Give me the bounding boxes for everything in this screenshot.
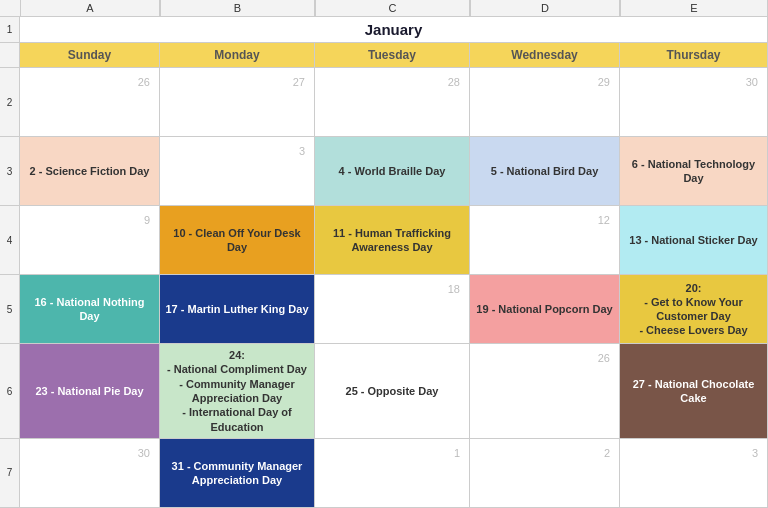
day-header-thursday: Thursday [620, 43, 768, 67]
cell-r5-c4: 3 [620, 439, 768, 507]
cell-text-r4-c1: 24:- National Compliment Day- Community … [165, 348, 309, 434]
cell-text-r5-c4: 3 [625, 443, 762, 460]
cell-text-r5-c2: 1 [320, 443, 464, 460]
row-num-3: 5 [0, 275, 20, 343]
cell-text-r3-c4: 20:- Get to Know Your Customer Day- Chee… [625, 281, 762, 338]
cell-r5-c2: 1 [315, 439, 470, 507]
calendar-grid: 2262728293032 - Science Fiction Day34 - … [0, 68, 768, 508]
cell-r1-c2: 4 - World Braille Day [315, 137, 470, 205]
cell-r5-c1: 31 - Community Manager Appreciation Day [160, 439, 315, 507]
cell-r1-c3: 5 - National Bird Day [470, 137, 620, 205]
cell-text-r1-c3: 5 - National Bird Day [475, 164, 614, 178]
day-header-row-num [0, 43, 20, 67]
cell-text-r4-c4: 27 - National Chocolate Cake [625, 377, 762, 406]
cell-r2-c0: 9 [20, 206, 160, 274]
cell-r4-c0: 23 - National Pie Day [20, 344, 160, 438]
row-num-4: 6 [0, 344, 20, 438]
cell-text-r3-c3: 19 - National Popcorn Day [475, 302, 614, 316]
cell-r4-c4: 27 - National Chocolate Cake [620, 344, 768, 438]
cell-r1-c4: 6 - National Technology Day [620, 137, 768, 205]
cell-r3-c4: 20:- Get to Know Your Customer Day- Chee… [620, 275, 768, 343]
cell-r3-c0: 16 - National Nothing Day [20, 275, 160, 343]
cell-text-r0-c1: 27 [165, 72, 309, 89]
cell-r2-c3: 12 [470, 206, 620, 274]
col-header-c: C [315, 0, 470, 16]
cell-text-r2-c2: 11 - Human Trafficking Awareness Day [320, 226, 464, 255]
cell-text-r5-c1: 31 - Community Manager Appreciation Day [165, 459, 309, 488]
cal-row-2: 4910 - Clean Off Your Desk Day11 - Human… [0, 206, 768, 275]
cell-r4-c3: 26 [470, 344, 620, 438]
row-num-1: 3 [0, 137, 20, 205]
cell-text-r2-c1: 10 - Clean Off Your Desk Day [165, 226, 309, 255]
cell-r5-c3: 2 [470, 439, 620, 507]
cal-row-5: 73031 - Community Manager Appreciation D… [0, 439, 768, 508]
row-num-0: 2 [0, 68, 20, 136]
day-header-tuesday: Tuesday [315, 43, 470, 67]
cell-text-r5-c3: 2 [475, 443, 614, 460]
day-header-wednesday: Wednesday [470, 43, 620, 67]
cell-text-r1-c1: 3 [165, 141, 309, 158]
cell-r2-c1: 10 - Clean Off Your Desk Day [160, 206, 315, 274]
calendar-title: January [20, 17, 768, 42]
cal-row-1: 32 - Science Fiction Day34 - World Brail… [0, 137, 768, 206]
row-num-5: 7 [0, 439, 20, 507]
cell-text-r0-c4: 30 [625, 72, 762, 89]
cell-text-r1-c2: 4 - World Braille Day [320, 164, 464, 178]
cell-r1-c0: 2 - Science Fiction Day [20, 137, 160, 205]
cell-text-r1-c4: 6 - National Technology Day [625, 157, 762, 186]
corner-spacer [0, 0, 20, 16]
day-header-sunday: Sunday [20, 43, 160, 67]
cell-text-r4-c0: 23 - National Pie Day [25, 384, 154, 398]
cell-text-r3-c0: 16 - National Nothing Day [25, 295, 154, 324]
cell-r3-c3: 19 - National Popcorn Day [470, 275, 620, 343]
cell-text-r2-c3: 12 [475, 210, 614, 227]
cell-r2-c4: 13 - National Sticker Day [620, 206, 768, 274]
cell-r0-c1: 27 [160, 68, 315, 136]
cell-r0-c3: 29 [470, 68, 620, 136]
col-header-a: A [20, 0, 160, 16]
day-header-monday: Monday [160, 43, 315, 67]
cell-text-r0-c2: 28 [320, 72, 464, 89]
cell-r0-c4: 30 [620, 68, 768, 136]
col-header-b: B [160, 0, 315, 16]
cell-r0-c2: 28 [315, 68, 470, 136]
cell-r3-c2: 18 [315, 275, 470, 343]
cell-r5-c0: 30 [20, 439, 160, 507]
cell-text-r3-c1: 17 - Martin Luther King Day [165, 302, 309, 316]
cell-text-r4-c3: 26 [475, 348, 614, 365]
column-headers: A B C D E [0, 0, 768, 17]
cell-text-r2-c4: 13 - National Sticker Day [625, 233, 762, 247]
cal-row-3: 516 - National Nothing Day17 - Martin Lu… [0, 275, 768, 344]
cell-text-r5-c0: 30 [25, 443, 154, 460]
cell-text-r1-c0: 2 - Science Fiction Day [25, 164, 154, 178]
cell-r4-c1: 24:- National Compliment Day- Community … [160, 344, 315, 438]
cal-row-0: 22627282930 [0, 68, 768, 137]
col-header-d: D [470, 0, 620, 16]
day-header-row: Sunday Monday Tuesday Wednesday Thursday [0, 43, 768, 68]
cell-text-r3-c2: 18 [320, 279, 464, 296]
cell-r4-c2: 25 - Opposite Day [315, 344, 470, 438]
cal-row-4: 623 - National Pie Day24:- National Comp… [0, 344, 768, 439]
cell-text-r0-c0: 26 [25, 72, 154, 89]
spreadsheet: A B C D E 1 January Sunday Monday Tuesda… [0, 0, 768, 508]
cell-r2-c2: 11 - Human Trafficking Awareness Day [315, 206, 470, 274]
cell-text-r0-c3: 29 [475, 72, 614, 89]
cell-r0-c0: 26 [20, 68, 160, 136]
cell-r1-c1: 3 [160, 137, 315, 205]
cell-text-r4-c2: 25 - Opposite Day [320, 384, 464, 398]
title-row-num: 1 [0, 17, 20, 42]
col-header-e: E [620, 0, 768, 16]
cell-r3-c1: 17 - Martin Luther King Day [160, 275, 315, 343]
cell-text-r2-c0: 9 [25, 210, 154, 227]
row-num-2: 4 [0, 206, 20, 274]
title-row: 1 January [0, 17, 768, 43]
